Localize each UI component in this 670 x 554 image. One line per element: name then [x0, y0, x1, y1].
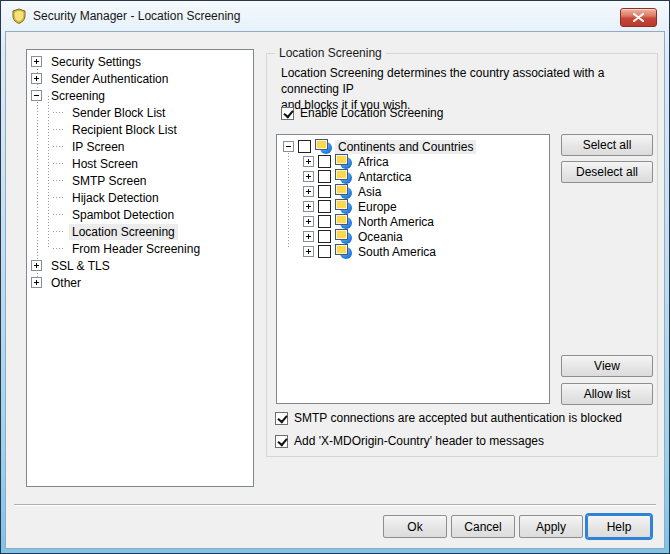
africa-checkbox[interactable] [318, 155, 331, 168]
expand-plus-icon[interactable] [31, 56, 42, 67]
smtp-connections-option-row[interactable]: SMTP connections are accepted but authen… [275, 411, 622, 425]
tree-stub [53, 146, 65, 147]
select-all-button[interactable]: Select all [561, 134, 653, 156]
tree-node-label[interactable]: Continents and Countries [335, 140, 476, 154]
nav-item-label[interactable]: SSL & TLS [48, 258, 113, 274]
nav-item-spambot-detection[interactable]: Spambot Detection [27, 206, 253, 223]
tree-stub [53, 129, 65, 130]
nav-item-ip-screen[interactable]: IP Screen [27, 138, 253, 155]
location-screening-groupbox: Location Screening Location Screening de… [266, 53, 658, 457]
oceania-checkbox[interactable] [318, 230, 331, 243]
tree-guide-line [48, 96, 49, 249]
nav-item-host-screen[interactable]: Host Screen [27, 155, 253, 172]
tree-node-north-america[interactable]: North America [277, 214, 549, 229]
help-button[interactable]: Help [587, 515, 651, 538]
nav-item-label[interactable]: Hijack Detection [69, 190, 162, 206]
antarctica-checkbox[interactable] [318, 170, 331, 183]
smtp-connections-label: SMTP connections are accepted but authen… [294, 411, 622, 425]
ok-button[interactable]: Ok [383, 515, 447, 538]
tree-node-label[interactable]: Antarctica [355, 170, 414, 184]
asia-checkbox[interactable] [318, 185, 331, 198]
nav-item-label[interactable]: Security Settings [48, 54, 144, 70]
nav-item-label-selected[interactable]: Location Screening [69, 224, 178, 240]
origin-country-header-option-row[interactable]: Add 'X-MDOrigin-Country' header to messa… [275, 434, 544, 448]
expand-plus-icon[interactable] [303, 156, 314, 167]
nav-item-other[interactable]: Other [27, 274, 253, 291]
expand-minus-icon[interactable] [283, 141, 294, 152]
view-button[interactable]: View [561, 355, 653, 377]
nav-item-from-header-screening[interactable]: From Header Screening [27, 240, 253, 257]
security-manager-window: Security Manager - Location Screening Se… [0, 0, 670, 554]
enable-location-screening-checkbox[interactable] [281, 107, 294, 120]
apply-button[interactable]: Apply [519, 515, 583, 538]
continents-root-checkbox[interactable] [298, 140, 311, 153]
expand-plus-icon[interactable] [303, 246, 314, 257]
south-america-checkbox[interactable] [318, 245, 331, 258]
expand-plus-icon[interactable] [303, 186, 314, 197]
nav-item-label[interactable]: SMTP Screen [69, 173, 149, 189]
origin-country-header-label: Add 'X-MDOrigin-Country' header to messa… [294, 434, 544, 448]
tree-stub [53, 214, 65, 215]
nav-item-label[interactable]: Sender Authentication [48, 71, 171, 87]
globe-computer-icon [335, 154, 352, 169]
globe-computer-icon [335, 184, 352, 199]
tree-node-label[interactable]: Europe [355, 200, 400, 214]
deselect-all-button[interactable]: Deselect all [561, 161, 653, 183]
expand-plus-icon[interactable] [303, 216, 314, 227]
expand-plus-icon[interactable] [31, 260, 42, 271]
nav-item-ssl-tls[interactable]: SSL & TLS [27, 257, 253, 274]
europe-checkbox[interactable] [318, 200, 331, 213]
nav-item-label[interactable]: Other [48, 275, 84, 291]
tree-node-label[interactable]: South America [355, 245, 439, 259]
tree-node-africa[interactable]: Africa [277, 154, 549, 169]
nav-item-sender-authentication[interactable]: Sender Authentication [27, 70, 253, 87]
expand-plus-icon[interactable] [31, 73, 42, 84]
nav-item-sender-block-list[interactable]: Sender Block List [27, 104, 253, 121]
screenshot-root: Security Manager - Location Screening Se… [0, 0, 670, 554]
nav-item-recipient-block-list[interactable]: Recipient Block List [27, 121, 253, 138]
close-icon [633, 13, 644, 22]
globe-computer-icon [335, 199, 352, 214]
tree-node-antarctica[interactable]: Antarctica [277, 169, 549, 184]
nav-item-label[interactable]: Sender Block List [69, 105, 168, 121]
cancel-button[interactable]: Cancel [451, 515, 515, 538]
nav-item-hijack-detection[interactable]: Hijack Detection [27, 189, 253, 206]
tree-node-oceania[interactable]: Oceania [277, 229, 549, 244]
title-bar[interactable]: Security Manager - Location Screening [1, 1, 669, 31]
globe-computer-icon [335, 229, 352, 244]
tree-node-label[interactable]: Oceania [355, 230, 406, 244]
allow-list-button[interactable]: Allow list [561, 383, 653, 405]
tree-node-label[interactable]: North America [355, 215, 437, 229]
nav-item-label[interactable]: Screening [48, 88, 108, 104]
nav-item-smtp-screen[interactable]: SMTP Screen [27, 172, 253, 189]
nav-item-security-settings[interactable]: Security Settings [27, 53, 253, 70]
continents-listbox[interactable]: Continents and Countries Africa Antarcti… [276, 134, 550, 404]
nav-item-label[interactable]: Spambot Detection [69, 207, 177, 223]
nav-item-label[interactable]: From Header Screening [69, 241, 203, 257]
tree-node-continents-root[interactable]: Continents and Countries [277, 139, 549, 154]
nav-item-screening[interactable]: Screening [27, 87, 253, 104]
enable-location-screening-row[interactable]: Enable Location Screening [281, 106, 443, 120]
expand-minus-icon[interactable] [31, 90, 42, 101]
globe-computer-icon [315, 139, 332, 154]
nav-item-label[interactable]: Host Screen [69, 156, 141, 172]
tree-node-label[interactable]: Asia [355, 185, 384, 199]
expand-plus-icon[interactable] [303, 231, 314, 242]
tree-node-label[interactable]: Africa [355, 155, 392, 169]
expand-plus-icon[interactable] [303, 171, 314, 182]
tree-node-europe[interactable]: Europe [277, 199, 549, 214]
nav-item-location-screening[interactable]: Location Screening [27, 223, 253, 240]
origin-country-header-checkbox[interactable] [275, 435, 288, 448]
tree-node-asia[interactable]: Asia [277, 184, 549, 199]
description-line-1: Location Screening determines the countr… [281, 65, 641, 97]
smtp-connections-checkbox[interactable] [275, 412, 288, 425]
nav-item-label[interactable]: Recipient Block List [69, 122, 180, 138]
settings-nav-tree: Security Settings Sender Authentication … [26, 49, 254, 487]
close-button[interactable] [620, 8, 657, 27]
tree-node-south-america[interactable]: South America [277, 244, 549, 259]
north-america-checkbox[interactable] [318, 215, 331, 228]
nav-item-label[interactable]: IP Screen [69, 139, 127, 155]
expand-plus-icon[interactable] [31, 277, 42, 288]
expand-plus-icon[interactable] [303, 201, 314, 212]
footer-separator [14, 504, 656, 506]
